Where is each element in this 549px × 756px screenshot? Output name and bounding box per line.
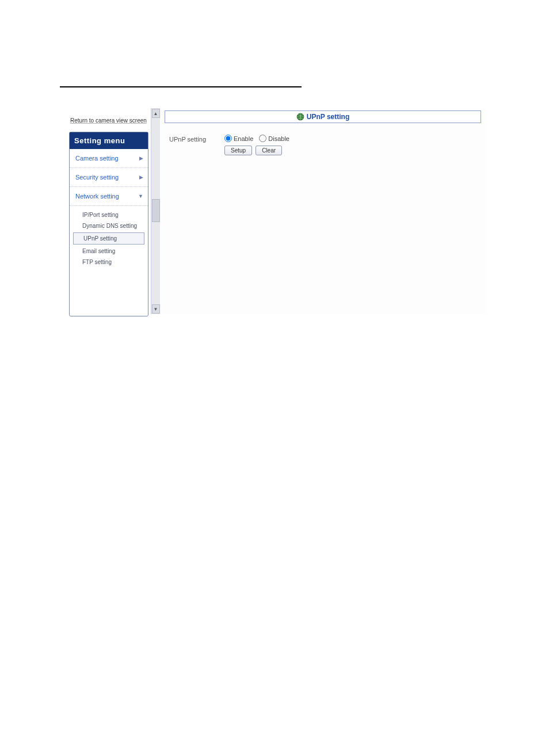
radio-group-upnp: Enable Disable (224, 135, 289, 142)
menu-category-label: Network setting (75, 193, 119, 200)
submenu-item-email[interactable]: Email setting (72, 246, 146, 257)
return-link[interactable]: Return to camera view screen (64, 108, 151, 132)
radio-enable-input[interactable] (224, 135, 232, 142)
left-column: Return to camera view screen Setting men… (64, 108, 151, 314)
menu-category-camera[interactable]: Camera setting ▶ (70, 149, 148, 168)
radio-enable-label: Enable (234, 135, 253, 142)
scroll-thumb[interactable] (152, 199, 160, 222)
scroll-track[interactable] (152, 119, 160, 304)
scroll-down-button[interactable]: ▼ (152, 304, 160, 314)
panel-title: UPnP setting (307, 113, 349, 121)
page-root: Return to camera view screen Setting men… (0, 0, 549, 756)
radio-disable-label: Disable (268, 135, 289, 142)
clear-button[interactable]: Clear (256, 146, 282, 155)
submenu-network: IP/Port setting Dynamic DNS setting UPnP… (70, 206, 148, 270)
field-label-upnp: UPnP setting (169, 135, 208, 143)
arrow-up-icon: ▲ (154, 111, 158, 116)
radio-disable-input[interactable] (259, 135, 266, 142)
submenu-item-ddns[interactable]: Dynamic DNS setting (72, 220, 146, 231)
arrow-down-icon: ▼ (154, 307, 158, 312)
scrollbar[interactable]: ▲ ▼ (151, 108, 160, 314)
field-controls: Enable Disable Setup Clear (224, 135, 289, 155)
caret-right-icon: ▶ (139, 174, 143, 180)
caret-down-icon: ▼ (138, 193, 143, 199)
content-panel: UPnP setting UPnP setting Enable Disable (160, 108, 486, 314)
button-row: Setup Clear (224, 146, 289, 155)
panel-title-bar: UPnP setting (165, 110, 481, 123)
menu-category-security[interactable]: Security setting ▶ (70, 168, 148, 187)
radio-enable[interactable]: Enable (224, 135, 253, 142)
caret-right-icon: ▶ (139, 155, 143, 161)
radio-disable[interactable]: Disable (259, 135, 289, 142)
setup-button[interactable]: Setup (224, 146, 252, 155)
setting-menu: Setting menu Camera setting ▶ Security s… (69, 132, 148, 316)
menu-category-label: Security setting (75, 174, 119, 181)
submenu-item-ftp[interactable]: FTP setting (72, 257, 146, 268)
submenu-item-upnp[interactable]: UPnP setting (73, 232, 144, 245)
app-frame: Return to camera view screen Setting men… (64, 108, 486, 314)
setting-menu-header: Setting menu (70, 132, 148, 149)
globe-icon (296, 113, 304, 121)
scroll-up-button[interactable]: ▲ (152, 109, 160, 118)
submenu-item-ipport[interactable]: IP/Port setting (72, 209, 146, 220)
upnp-setting-row: UPnP setting Enable Disable Setup (165, 135, 481, 155)
menu-category-label: Camera setting (75, 155, 119, 162)
divider-line (60, 86, 302, 87)
menu-category-network[interactable]: Network setting ▼ (70, 187, 148, 206)
